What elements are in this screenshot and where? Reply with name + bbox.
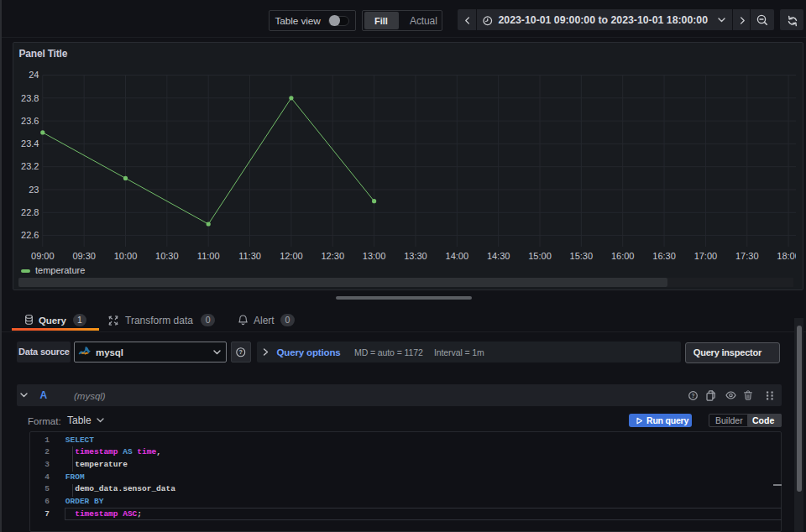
svg-text:23.6: 23.6	[21, 116, 39, 126]
svg-text:23.2: 23.2	[21, 161, 39, 171]
svg-text:13:00: 13:00	[363, 251, 386, 261]
svg-text:15:30: 15:30	[570, 251, 594, 261]
svg-text:15:00: 15:00	[528, 251, 552, 261]
svg-text:17:00: 17:00	[694, 251, 718, 261]
svg-text:17:30: 17:30	[735, 251, 759, 261]
svg-text:10:00: 10:00	[114, 251, 138, 261]
svg-text:23: 23	[29, 185, 39, 195]
svg-text:16:30: 16:30	[652, 251, 676, 261]
svg-text:18:00: 18:00	[777, 251, 800, 261]
svg-text:11:00: 11:00	[197, 251, 220, 261]
svg-text:10:30: 10:30	[155, 251, 179, 261]
svg-text:13:30: 13:30	[404, 251, 427, 261]
svg-text:22.8: 22.8	[21, 207, 39, 217]
svg-text:09:30: 09:30	[72, 251, 96, 261]
svg-text:12:00: 12:00	[280, 251, 303, 261]
svg-text:23.8: 23.8	[21, 93, 39, 103]
svg-text:11:30: 11:30	[238, 251, 261, 261]
svg-text:14:30: 14:30	[487, 251, 510, 261]
svg-text:12:30: 12:30	[321, 251, 344, 261]
svg-text:22.6: 22.6	[21, 230, 39, 240]
svg-text:23.4: 23.4	[21, 138, 39, 149]
svg-text:14:00: 14:00	[446, 251, 469, 261]
svg-text:09:00: 09:00	[31, 251, 55, 261]
svg-text:16:00: 16:00	[611, 251, 635, 261]
svg-text:?: ?	[238, 349, 242, 355]
svg-text:24: 24	[29, 70, 39, 80]
svg-text:?: ?	[691, 393, 694, 399]
